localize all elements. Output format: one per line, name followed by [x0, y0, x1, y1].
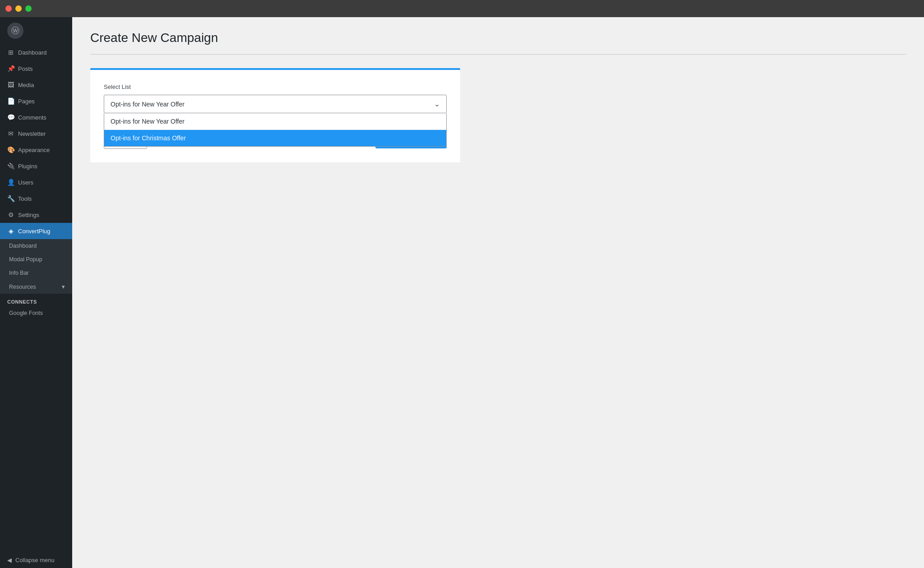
sidebar-item-label: Posts [18, 65, 33, 72]
sidebar-item-label: Settings [18, 212, 39, 218]
page-divider [90, 54, 906, 55]
sidebar-item-label: Pages [18, 98, 35, 105]
media-icon: 🖼 [7, 81, 14, 88]
sidebar-item-label: Newsletter [18, 130, 46, 137]
title-bar [0, 0, 924, 17]
sidebar-item-label: Tools [18, 195, 32, 202]
sidebar-item-label: Comments [18, 114, 46, 121]
sidebar-item-label: Users [18, 179, 33, 186]
select-wrapper: Opt-ins for New Year Offer ⌄ Opt-ins for… [104, 95, 447, 113]
dropdown-list: Opt-ins for New Year Offer Opt-ins for C… [104, 113, 447, 147]
newsletter-icon: ✉ [7, 130, 14, 137]
main-content: Create New Campaign Select List Opt-ins … [72, 17, 924, 568]
comments-icon: 💬 [7, 114, 14, 121]
sidebar-item-comments[interactable]: 💬 Comments [0, 109, 72, 125]
sidebar-item-label: Media [18, 82, 34, 88]
posts-icon: 📌 [7, 65, 14, 72]
wp-logo-area: ⓦ [0, 17, 72, 44]
sidebar-item-pages[interactable]: 📄 Pages [0, 93, 72, 109]
select-current-value: Opt-ins for New Year Offer [111, 101, 185, 108]
app-layout: ⓦ ⊞ Dashboard 📌 Posts 🖼 Media 📄 Pages [0, 17, 924, 568]
sidebar-item-users[interactable]: 👤 Users [0, 174, 72, 190]
chevron-down-icon: ⌄ [434, 100, 440, 108]
sidebar-submenu-item-resources[interactable]: Resources ▾ [0, 280, 72, 294]
sidebar-item-posts[interactable]: 📌 Posts [0, 60, 72, 77]
sidebar-submenu-item-dashboard[interactable]: Dashboard [0, 239, 72, 253]
sidebar-nav: ⊞ Dashboard 📌 Posts 🖼 Media 📄 Pages 💬 Co [0, 44, 72, 552]
sidebar-submenu-item-modal-popup[interactable]: Modal Popup [0, 253, 72, 266]
connects-section-label: Connects [0, 294, 72, 306]
collapse-label: Collapse menu [15, 557, 55, 563]
tools-icon: 🔧 [7, 195, 14, 202]
sidebar-item-tools[interactable]: 🔧 Tools [0, 190, 72, 207]
plugins-icon: 🔌 [7, 162, 14, 170]
select-display[interactable]: Opt-ins for New Year Offer ⌄ [104, 95, 447, 113]
pages-icon: 📄 [7, 97, 14, 105]
sidebar-submenu: Dashboard Modal Popup Info Bar Resources… [0, 239, 72, 294]
select-list-label: Select List [104, 83, 447, 90]
select-list-section: Select List Opt-ins for New Year Offer ⌄… [104, 83, 447, 113]
convertplug-icon: ◈ [7, 227, 14, 235]
page-header: Create New Campaign [72, 17, 924, 54]
campaign-container: Select List Opt-ins for New Year Offer ⌄… [90, 68, 460, 162]
close-button[interactable] [5, 5, 12, 12]
sidebar-item-label: Dashboard [18, 49, 47, 56]
settings-icon: ⚙ [7, 211, 14, 218]
sidebar-item-convertplug[interactable]: ◈ ConvertPlug [0, 223, 72, 239]
dropdown-option-christmas[interactable]: Opt-ins for Christmas Offer [104, 130, 446, 146]
sidebar-item-label: Plugins [18, 163, 37, 170]
collapse-menu-item[interactable]: ◀ Collapse menu [0, 552, 72, 568]
sidebar: ⓦ ⊞ Dashboard 📌 Posts 🖼 Media 📄 Pages [0, 17, 72, 568]
sidebar-item-settings[interactable]: ⚙ Settings [0, 207, 72, 223]
sidebar-item-dashboard[interactable]: ⊞ Dashboard [0, 44, 72, 60]
sidebar-submenu-item-info-bar[interactable]: Info Bar [0, 266, 72, 280]
dashboard-icon: ⊞ [7, 49, 14, 56]
sidebar-item-label: ConvertPlug [18, 228, 51, 235]
users-icon: 👤 [7, 179, 14, 186]
sidebar-item-plugins[interactable]: 🔌 Plugins [0, 158, 72, 174]
dropdown-option-new-year[interactable]: Opt-ins for New Year Offer [104, 113, 446, 130]
sidebar-submenu-item-google-fonts[interactable]: Google Fonts [0, 306, 72, 320]
sidebar-item-label: Appearance [18, 147, 50, 153]
maximize-button[interactable] [25, 5, 32, 12]
sidebar-item-newsletter[interactable]: ✉ Newsletter [0, 125, 72, 142]
wp-logo-icon: ⓦ [7, 23, 23, 39]
page-title: Create New Campaign [90, 31, 906, 45]
sidebar-item-appearance[interactable]: 🎨 Appearance [0, 142, 72, 158]
collapse-icon: ◀ [7, 557, 12, 563]
appearance-icon: 🎨 [7, 146, 14, 153]
minimize-button[interactable] [15, 5, 22, 12]
resources-arrow-icon: ▾ [62, 283, 65, 290]
sidebar-item-media[interactable]: 🖼 Media [0, 77, 72, 93]
